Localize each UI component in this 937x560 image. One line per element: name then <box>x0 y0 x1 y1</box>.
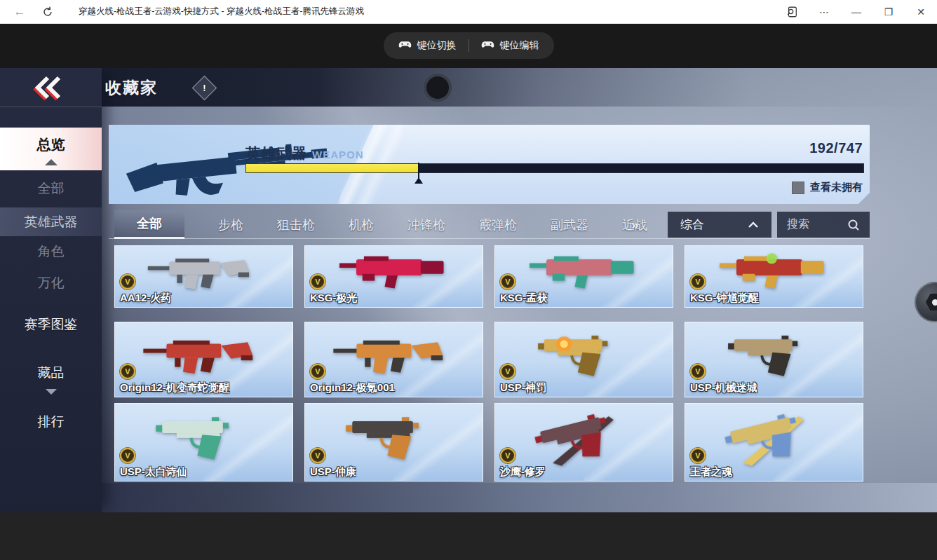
back-icon[interactable]: ← <box>6 0 34 23</box>
titlebar: ← 穿越火线-枪战王者-云游戏-快捷方式 - 穿越火线-枪战王者-腾讯先锋云游戏… <box>0 0 937 24</box>
sidebar-item-label: 赛季图鉴 <box>25 315 78 334</box>
checkbox-label: 查看未拥有 <box>810 181 863 194</box>
camera-punch-hole <box>424 74 452 102</box>
key-edit-button[interactable]: 键位编辑 <box>469 39 551 52</box>
key-switch-button[interactable]: 键位切换 <box>386 39 468 52</box>
weapon-art <box>685 322 863 385</box>
v-badge-icon: V <box>120 364 135 379</box>
close-icon[interactable]: ✕ <box>905 0 937 23</box>
hex-dot <box>932 299 937 306</box>
sidebar-item-label: 英雄武器 <box>25 213 78 231</box>
v-badge-icon: V <box>500 274 515 289</box>
window-title: 穿越火线-枪战王者-云游戏-快捷方式 - 穿越火线-枪战王者-腾讯先锋云游戏 <box>79 6 364 18</box>
tab-secondary[interactable]: 副武器 <box>551 210 588 239</box>
v-badge-icon: V <box>120 274 135 289</box>
card-row: VAA12-火药 VKSG-极光 VKSG-孟获 VKSG-钟馗觉醒 <box>114 245 863 308</box>
back-chevrons-icon[interactable] <box>31 74 70 101</box>
app-window: ← 穿越火线-枪战王者-云游戏-快捷方式 - 穿越火线-枪战王者-腾讯先锋云游戏… <box>0 0 937 560</box>
checkbox[interactable] <box>792 182 804 194</box>
sidebar-item-label: 排行 <box>38 413 65 431</box>
category-banner: 英雄武器 WEAPON 192/747 查看未拥有 <box>109 125 870 204</box>
maximize-icon[interactable]: ❐ <box>872 0 905 23</box>
weapon-name: KSG-钟馗觉醒 <box>690 292 759 305</box>
v-badge-icon: V <box>310 274 325 289</box>
sidebar-item-label: 总览 <box>37 135 65 154</box>
v-badge-icon: V <box>690 274 706 289</box>
sidebar-item-season-catalog[interactable]: 赛季图鉴 <box>0 312 102 337</box>
v-badge-icon: V <box>690 364 706 379</box>
chevron-up-icon <box>748 221 759 228</box>
sidebar-item-wanhua[interactable]: 万化 <box>0 272 102 294</box>
weapon-card[interactable]: VUSP-仲康 <box>304 403 483 482</box>
search-icon <box>847 219 860 231</box>
weapon-name: 王者之魂 <box>690 465 732 479</box>
weapon-name: Origin12-极氪001 <box>310 381 395 395</box>
tab-all[interactable]: 全部 <box>114 210 184 239</box>
gamepad-icon <box>481 41 494 50</box>
progress-fill <box>246 164 419 172</box>
weapon-name: KSG-极光 <box>310 292 358 305</box>
weapon-card[interactable]: VKSG-极光 <box>304 245 483 308</box>
sidebar-item-characters[interactable]: 角色 <box>0 240 102 263</box>
progress-count: 192/747 <box>809 140 863 156</box>
screen-capture-icon[interactable] <box>776 0 808 23</box>
background-bottom-strip <box>0 483 937 512</box>
weapon-art <box>305 246 483 296</box>
sidebar-item-collections[interactable]: 藏品 <box>0 360 102 385</box>
weapon-art <box>685 246 863 296</box>
weapon-card[interactable]: VUSP-太白诗仙 <box>114 403 293 482</box>
sort-dropdown[interactable]: 综合 <box>668 212 771 238</box>
weapon-card[interactable]: VOrigin12-极氪001 <box>304 322 483 397</box>
sidebar-item-overview[interactable]: 总览 <box>0 128 102 170</box>
v-badge-icon: V <box>500 448 515 463</box>
tab-shotgun[interactable]: 霰弹枪 <box>479 210 517 239</box>
weapon-filter-bar: 全部步枪狙击枪机枪冲锋枪霰弹枪副武器近战 » 综合 搜索 <box>109 210 870 239</box>
cloud-toolbar: 键位切换 键位编辑 <box>0 23 937 68</box>
weapon-art <box>115 246 292 296</box>
weapon-art <box>305 404 483 470</box>
weapon-name: USP-神罚 <box>500 381 546 395</box>
sidebar-item-ranking[interactable]: 排行 <box>0 409 102 435</box>
weapon-card[interactable]: V王者之魂 <box>685 403 863 482</box>
show-unowned-toggle[interactable]: 查看未拥有 <box>792 181 863 194</box>
key-edit-label: 键位编辑 <box>500 39 539 52</box>
weapon-name: USP-太白诗仙 <box>120 465 187 479</box>
weapon-card[interactable]: VUSP-神罚 <box>494 322 673 397</box>
weapon-name: USP-机械迷城 <box>690 381 757 395</box>
weapon-card[interactable]: VUSP-机械迷城 <box>685 322 863 397</box>
weapon-name: KSG-孟获 <box>500 292 548 305</box>
tab-mg[interactable]: 机枪 <box>349 210 374 239</box>
more-menu-icon[interactable]: ⋯ <box>808 0 840 23</box>
tab-sniper[interactable]: 狙击枪 <box>277 210 315 239</box>
v-badge-icon: V <box>120 448 135 463</box>
minimize-icon[interactable]: — <box>840 0 872 23</box>
tab-rifle[interactable]: 步枪 <box>218 210 243 239</box>
weapon-name: Origin12-机变奇蛇觉醒 <box>120 381 229 395</box>
weapon-art <box>115 404 292 470</box>
sidebar-item-all[interactable]: 全部 <box>0 177 102 200</box>
weapon-card[interactable]: VKSG-孟获 <box>494 245 673 308</box>
search-input[interactable]: 搜索 <box>777 212 870 238</box>
weapon-art <box>115 322 292 385</box>
weapon-card[interactable]: VOrigin12-机变奇蛇觉醒 <box>114 322 293 397</box>
sidebar-item-label: 万化 <box>38 274 65 292</box>
weapon-card[interactable]: VKSG-钟馗觉醒 <box>685 245 863 308</box>
weapon-art <box>495 404 673 470</box>
tabs-overflow-icon[interactable]: » <box>631 210 639 239</box>
refresh-icon[interactable] <box>34 0 62 23</box>
weapon-card[interactable]: V沙鹰-修罗 <box>494 403 673 482</box>
weapon-name: AA12-火药 <box>120 292 171 305</box>
alert-glyph: ! <box>196 80 213 96</box>
weapon-art <box>305 322 483 385</box>
collection-progress-bar <box>245 163 864 173</box>
weapon-art <box>495 322 673 385</box>
tab-smg[interactable]: 冲锋枪 <box>407 210 445 239</box>
sidebar-item-label: 角色 <box>38 243 65 261</box>
weapon-card-grid: VAA12-火药 VKSG-极光 VKSG-孟获 VKSG-钟馗觉醒 VOrig… <box>114 245 863 482</box>
sort-label: 综合 <box>680 217 704 233</box>
sidebar-item-label: 全部 <box>38 179 65 198</box>
card-row: VUSP-太白诗仙 VUSP-仲康 V沙鹰-修罗 V王者之魂 <box>114 403 863 482</box>
sidebar-item-hero-weapons[interactable]: 英雄武器 <box>0 207 102 236</box>
sidebar: 总览全部英雄武器角色万化赛季图鉴藏品排行 <box>0 68 102 512</box>
weapon-card[interactable]: VAA12-火药 <box>114 245 293 308</box>
